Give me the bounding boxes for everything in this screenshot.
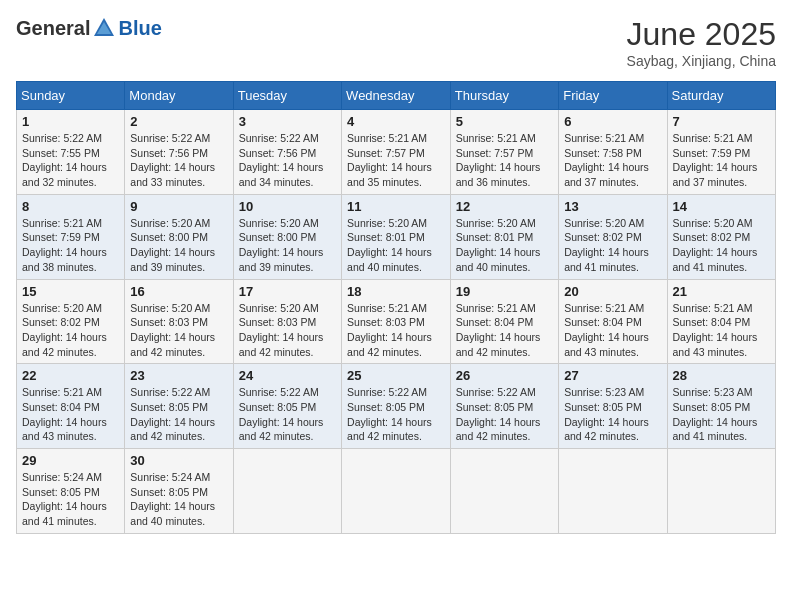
calendar-week-row: 15Sunrise: 5:20 AMSunset: 8:02 PMDayligh… — [17, 279, 776, 364]
logo-blue-text: Blue — [118, 17, 161, 40]
day-number: 25 — [347, 368, 445, 383]
day-number: 11 — [347, 199, 445, 214]
table-row: 2Sunrise: 5:22 AMSunset: 7:56 PMDaylight… — [125, 110, 233, 195]
day-number: 5 — [456, 114, 553, 129]
day-info: Sunrise: 5:20 AMSunset: 8:03 PMDaylight:… — [239, 301, 336, 360]
day-info: Sunrise: 5:21 AMSunset: 8:03 PMDaylight:… — [347, 301, 445, 360]
day-info: Sunrise: 5:24 AMSunset: 8:05 PMDaylight:… — [22, 470, 119, 529]
table-row: 23Sunrise: 5:22 AMSunset: 8:05 PMDayligh… — [125, 364, 233, 449]
table-row — [233, 449, 341, 534]
day-info: Sunrise: 5:22 AMSunset: 8:05 PMDaylight:… — [456, 385, 553, 444]
table-row: 3Sunrise: 5:22 AMSunset: 7:56 PMDaylight… — [233, 110, 341, 195]
day-info: Sunrise: 5:20 AMSunset: 8:02 PMDaylight:… — [22, 301, 119, 360]
table-row: 4Sunrise: 5:21 AMSunset: 7:57 PMDaylight… — [342, 110, 451, 195]
table-row: 5Sunrise: 5:21 AMSunset: 7:57 PMDaylight… — [450, 110, 558, 195]
day-info: Sunrise: 5:22 AMSunset: 7:56 PMDaylight:… — [239, 131, 336, 190]
calendar-week-row: 8Sunrise: 5:21 AMSunset: 7:59 PMDaylight… — [17, 194, 776, 279]
day-number: 14 — [673, 199, 770, 214]
table-row — [559, 449, 667, 534]
day-number: 29 — [22, 453, 119, 468]
table-row: 19Sunrise: 5:21 AMSunset: 8:04 PMDayligh… — [450, 279, 558, 364]
day-number: 30 — [130, 453, 227, 468]
day-info: Sunrise: 5:20 AMSunset: 8:00 PMDaylight:… — [130, 216, 227, 275]
day-number: 2 — [130, 114, 227, 129]
day-number: 19 — [456, 284, 553, 299]
logo: General Blue — [16, 16, 162, 40]
day-number: 12 — [456, 199, 553, 214]
day-number: 21 — [673, 284, 770, 299]
day-number: 4 — [347, 114, 445, 129]
calendar-week-row: 1Sunrise: 5:22 AMSunset: 7:55 PMDaylight… — [17, 110, 776, 195]
day-number: 15 — [22, 284, 119, 299]
day-info: Sunrise: 5:21 AMSunset: 8:04 PMDaylight:… — [22, 385, 119, 444]
col-sunday: Sunday — [17, 82, 125, 110]
location-text: Saybag, Xinjiang, China — [627, 53, 776, 69]
day-number: 7 — [673, 114, 770, 129]
table-row: 24Sunrise: 5:22 AMSunset: 8:05 PMDayligh… — [233, 364, 341, 449]
day-number: 28 — [673, 368, 770, 383]
table-row: 6Sunrise: 5:21 AMSunset: 7:58 PMDaylight… — [559, 110, 667, 195]
day-number: 9 — [130, 199, 227, 214]
table-row: 7Sunrise: 5:21 AMSunset: 7:59 PMDaylight… — [667, 110, 775, 195]
day-number: 6 — [564, 114, 661, 129]
calendar-table: Sunday Monday Tuesday Wednesday Thursday… — [16, 81, 776, 534]
table-row: 1Sunrise: 5:22 AMSunset: 7:55 PMDaylight… — [17, 110, 125, 195]
table-row: 15Sunrise: 5:20 AMSunset: 8:02 PMDayligh… — [17, 279, 125, 364]
day-number: 3 — [239, 114, 336, 129]
table-row: 26Sunrise: 5:22 AMSunset: 8:05 PMDayligh… — [450, 364, 558, 449]
page-header: General Blue June 2025 Saybag, Xinjiang,… — [16, 16, 776, 69]
day-info: Sunrise: 5:22 AMSunset: 8:05 PMDaylight:… — [239, 385, 336, 444]
table-row: 22Sunrise: 5:21 AMSunset: 8:04 PMDayligh… — [17, 364, 125, 449]
table-row: 8Sunrise: 5:21 AMSunset: 7:59 PMDaylight… — [17, 194, 125, 279]
table-row — [450, 449, 558, 534]
col-friday: Friday — [559, 82, 667, 110]
day-info: Sunrise: 5:23 AMSunset: 8:05 PMDaylight:… — [564, 385, 661, 444]
day-info: Sunrise: 5:21 AMSunset: 7:59 PMDaylight:… — [22, 216, 119, 275]
day-number: 22 — [22, 368, 119, 383]
day-info: Sunrise: 5:20 AMSunset: 8:01 PMDaylight:… — [456, 216, 553, 275]
col-thursday: Thursday — [450, 82, 558, 110]
day-info: Sunrise: 5:22 AMSunset: 8:05 PMDaylight:… — [347, 385, 445, 444]
col-tuesday: Tuesday — [233, 82, 341, 110]
table-row: 28Sunrise: 5:23 AMSunset: 8:05 PMDayligh… — [667, 364, 775, 449]
day-number: 18 — [347, 284, 445, 299]
table-row — [342, 449, 451, 534]
col-monday: Monday — [125, 82, 233, 110]
table-row: 13Sunrise: 5:20 AMSunset: 8:02 PMDayligh… — [559, 194, 667, 279]
logo-general-text: General — [16, 17, 90, 40]
day-info: Sunrise: 5:22 AMSunset: 7:55 PMDaylight:… — [22, 131, 119, 190]
day-info: Sunrise: 5:21 AMSunset: 7:57 PMDaylight:… — [347, 131, 445, 190]
day-number: 13 — [564, 199, 661, 214]
day-number: 16 — [130, 284, 227, 299]
table-row: 20Sunrise: 5:21 AMSunset: 8:04 PMDayligh… — [559, 279, 667, 364]
table-row: 18Sunrise: 5:21 AMSunset: 8:03 PMDayligh… — [342, 279, 451, 364]
day-number: 26 — [456, 368, 553, 383]
title-block: June 2025 Saybag, Xinjiang, China — [627, 16, 776, 69]
day-info: Sunrise: 5:20 AMSunset: 8:00 PMDaylight:… — [239, 216, 336, 275]
calendar-week-row: 22Sunrise: 5:21 AMSunset: 8:04 PMDayligh… — [17, 364, 776, 449]
table-row: 14Sunrise: 5:20 AMSunset: 8:02 PMDayligh… — [667, 194, 775, 279]
day-info: Sunrise: 5:24 AMSunset: 8:05 PMDaylight:… — [130, 470, 227, 529]
day-number: 20 — [564, 284, 661, 299]
table-row: 17Sunrise: 5:20 AMSunset: 8:03 PMDayligh… — [233, 279, 341, 364]
day-info: Sunrise: 5:21 AMSunset: 8:04 PMDaylight:… — [564, 301, 661, 360]
day-number: 17 — [239, 284, 336, 299]
day-info: Sunrise: 5:22 AMSunset: 8:05 PMDaylight:… — [130, 385, 227, 444]
table-row — [667, 449, 775, 534]
table-row: 11Sunrise: 5:20 AMSunset: 8:01 PMDayligh… — [342, 194, 451, 279]
day-info: Sunrise: 5:20 AMSunset: 8:01 PMDaylight:… — [347, 216, 445, 275]
calendar-header-row: Sunday Monday Tuesday Wednesday Thursday… — [17, 82, 776, 110]
table-row: 10Sunrise: 5:20 AMSunset: 8:00 PMDayligh… — [233, 194, 341, 279]
table-row: 25Sunrise: 5:22 AMSunset: 8:05 PMDayligh… — [342, 364, 451, 449]
day-info: Sunrise: 5:21 AMSunset: 8:04 PMDaylight:… — [673, 301, 770, 360]
table-row: 9Sunrise: 5:20 AMSunset: 8:00 PMDaylight… — [125, 194, 233, 279]
day-number: 23 — [130, 368, 227, 383]
day-number: 27 — [564, 368, 661, 383]
day-info: Sunrise: 5:20 AMSunset: 8:03 PMDaylight:… — [130, 301, 227, 360]
table-row: 21Sunrise: 5:21 AMSunset: 8:04 PMDayligh… — [667, 279, 775, 364]
table-row: 30Sunrise: 5:24 AMSunset: 8:05 PMDayligh… — [125, 449, 233, 534]
day-number: 8 — [22, 199, 119, 214]
day-info: Sunrise: 5:23 AMSunset: 8:05 PMDaylight:… — [673, 385, 770, 444]
day-number: 1 — [22, 114, 119, 129]
col-saturday: Saturday — [667, 82, 775, 110]
